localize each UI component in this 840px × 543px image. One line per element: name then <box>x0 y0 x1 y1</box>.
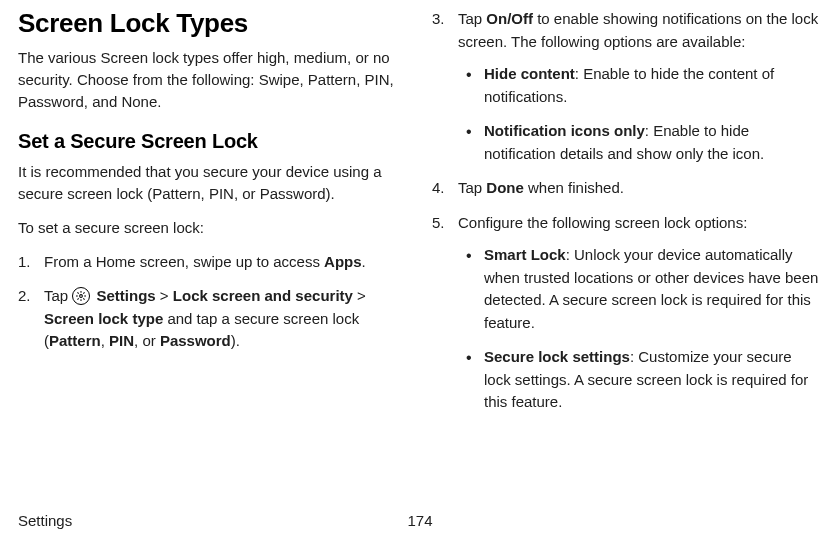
step-2-settings: Settings <box>92 287 155 304</box>
step-4-done: Done <box>486 179 524 196</box>
step-1-text-c: . <box>362 253 366 270</box>
content-columns: Screen Lock Types The various Screen loc… <box>18 8 822 498</box>
step-3-onoff: On/Off <box>486 10 533 27</box>
step-2-text-i: , <box>101 332 109 349</box>
bullet-hide-content: Hide content: Enable to hide the content… <box>458 63 822 108</box>
step-2-text-a: Tap <box>44 287 72 304</box>
step-5-text-a: Configure the following screen lock opti… <box>458 214 747 231</box>
step-3: Tap On/Off to enable showing notificatio… <box>432 8 822 165</box>
left-column: Screen Lock Types The various Screen loc… <box>18 8 408 498</box>
page-title: Screen Lock Types <box>18 8 408 39</box>
step-2-text-m: ). <box>231 332 240 349</box>
step-4-text-a: Tap <box>458 179 486 196</box>
step-1: From a Home screen, swipe up to access A… <box>18 251 408 274</box>
steps-list-left: From a Home screen, swipe up to access A… <box>18 251 408 353</box>
steps-list-right: Tap On/Off to enable showing notificatio… <box>432 8 822 414</box>
body-paragraph-2: To set a secure screen lock: <box>18 217 408 239</box>
step-1-apps: Apps <box>324 253 362 270</box>
right-column: Tap On/Off to enable showing notificatio… <box>432 8 822 498</box>
step-4-text-c: when finished. <box>524 179 624 196</box>
step-2-text-k: , or <box>134 332 160 349</box>
step-2: Tap Settings > Lock screen and security … <box>18 285 408 353</box>
step-1-text-a: From a Home screen, swipe up to access <box>44 253 324 270</box>
step-2-lock-security: Lock screen and security <box>173 287 353 304</box>
step-5-bullets: Smart Lock: Unlock your device automatic… <box>458 244 822 414</box>
step-2-pin: PIN <box>109 332 134 349</box>
footer-page-number: 174 <box>407 512 432 529</box>
step-2-pattern: Pattern <box>49 332 101 349</box>
bullet-notification-icons-label: Notification icons only <box>484 122 645 139</box>
subheading: Set a Secure Screen Lock <box>18 130 408 153</box>
step-2-lock-type: Screen lock type <box>44 310 163 327</box>
page-footer: Settings 174 <box>18 512 822 529</box>
bullet-notification-icons: Notification icons only: Enable to hide … <box>458 120 822 165</box>
svg-point-0 <box>80 295 83 298</box>
bullet-smart-lock: Smart Lock: Unlock your device automatic… <box>458 244 822 334</box>
footer-section-label: Settings <box>18 512 72 529</box>
step-2-text-c: > <box>156 287 173 304</box>
bullet-hide-content-label: Hide content <box>484 65 575 82</box>
step-5: Configure the following screen lock opti… <box>432 212 822 414</box>
step-2-password: Password <box>160 332 231 349</box>
bullet-secure-lock-settings: Secure lock settings: Customize your sec… <box>458 346 822 414</box>
step-3-text-a: Tap <box>458 10 486 27</box>
gear-icon <box>72 287 90 305</box>
step-4: Tap Done when finished. <box>432 177 822 200</box>
step-3-bullets: Hide content: Enable to hide the content… <box>458 63 822 165</box>
intro-paragraph: The various Screen lock types offer high… <box>18 47 408 112</box>
bullet-smart-lock-label: Smart Lock <box>484 246 566 263</box>
bullet-secure-lock-settings-label: Secure lock settings <box>484 348 630 365</box>
body-paragraph-1: It is recommended that you secure your d… <box>18 161 408 205</box>
step-2-text-e: > <box>353 287 366 304</box>
